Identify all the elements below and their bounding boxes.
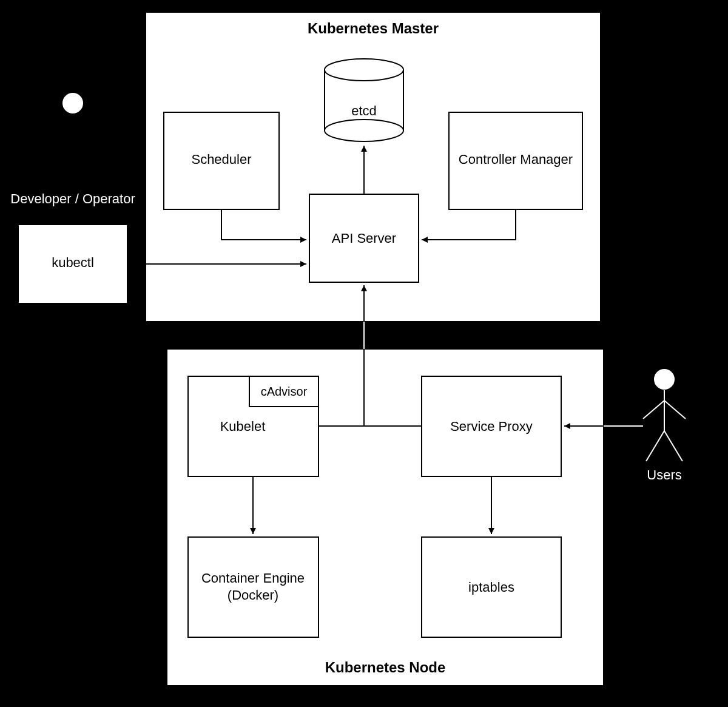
- scheduler-label: Scheduler: [191, 152, 251, 167]
- svg-line-14: [664, 401, 686, 419]
- svg-point-5: [62, 92, 84, 114]
- svg-line-15: [646, 431, 664, 461]
- developer-icon: [52, 92, 94, 185]
- architecture-diagram: Kubernetes Master etcd Scheduler Control…: [0, 0, 728, 707]
- svg-line-10: [73, 155, 91, 185]
- kubelet-label: Kubelet: [220, 419, 266, 434]
- users-label: Users: [647, 467, 681, 482]
- controller-manager-label: Controller Manager: [459, 152, 573, 167]
- svg-line-9: [55, 155, 73, 185]
- svg-line-7: [52, 124, 73, 143]
- svg-point-4: [325, 120, 403, 141]
- svg-line-8: [73, 124, 94, 143]
- svg-line-16: [664, 431, 682, 461]
- cadvisor-label: cAdvisor: [261, 385, 308, 398]
- svg-point-11: [653, 368, 675, 390]
- api-server-label: API Server: [332, 231, 396, 246]
- service-proxy-label: Service Proxy: [450, 419, 533, 434]
- iptables-label: iptables: [468, 580, 514, 595]
- node-title: Kubernetes Node: [325, 659, 446, 675]
- kubectl-label: kubectl: [52, 255, 94, 270]
- etcd-cylinder: etcd: [325, 59, 403, 141]
- svg-line-13: [643, 401, 664, 419]
- container-engine-label-2: (Docker): [228, 587, 278, 603]
- master-title: Kubernetes Master: [308, 20, 439, 36]
- etcd-label: etcd: [351, 103, 377, 118]
- users-icon: [643, 368, 686, 461]
- container-engine-label-1: Container Engine: [201, 570, 305, 586]
